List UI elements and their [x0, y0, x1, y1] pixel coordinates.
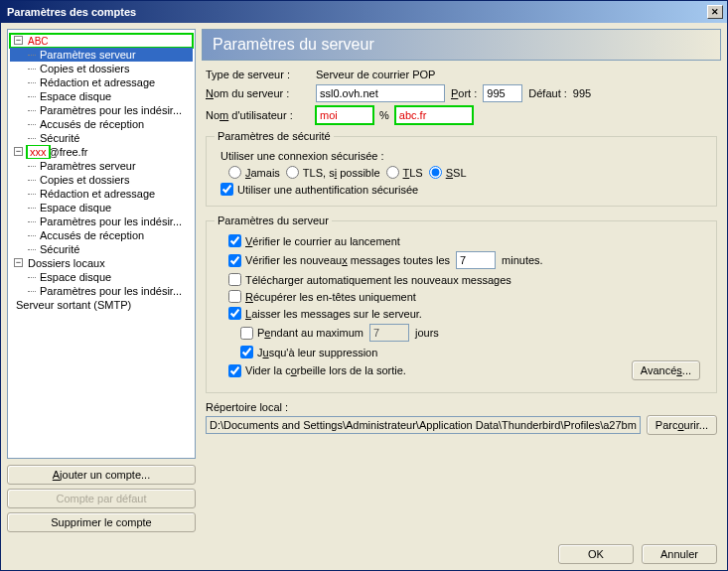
tree-accuses[interactable]: Accusés de réception — [10, 117, 193, 131]
server-type-value: Serveur de courrier POP — [316, 69, 435, 80]
pending-days-input — [369, 324, 409, 342]
local-dir-label: Répertoire local : — [202, 397, 721, 413]
radio-never[interactable]: Jamais — [228, 166, 280, 179]
close-icon[interactable]: ✕ — [707, 5, 723, 19]
username-sep: % — [379, 109, 389, 121]
tree-securite[interactable]: Sécurité — [10, 131, 193, 145]
tree-redaction[interactable]: Rédaction et adressage — [10, 75, 193, 89]
cancel-button[interactable]: Annuler — [642, 544, 717, 564]
download-checkbox[interactable]: Télécharger automatiquement les nouveaux… — [228, 273, 511, 286]
check-launch-checkbox[interactable]: Vérifier le courrier au lancement — [228, 234, 400, 247]
server-type-label: Type de serveur : — [206, 69, 310, 80]
default-port-value: 995 — [573, 87, 591, 99]
secure-auth-checkbox[interactable]: Utiliser une authentification sécurisée — [220, 183, 418, 196]
port-input[interactable] — [483, 84, 522, 102]
check-interval-input[interactable] — [456, 251, 496, 269]
tree-junk[interactable]: Paramètres pour les indésir... — [10, 103, 193, 117]
use-secure-label: Utiliser une connexion sécurisée : — [215, 148, 708, 164]
delete-account-button[interactable]: Supprimer le compte — [7, 512, 196, 532]
tree-params-serveur-2[interactable]: Paramètres serveur — [10, 159, 193, 173]
add-account-button[interactable]: AAjouter un compte...jouter un compte... — [7, 465, 196, 485]
server-fieldset: Paramètres du serveur Vérifier le courri… — [206, 214, 717, 393]
default-account-button: Compte par défaut — [7, 489, 196, 508]
default-port-label: Défaut : — [528, 87, 567, 99]
tree-securite-2[interactable]: Sécurité — [10, 242, 193, 256]
security-fieldset: Paramètres de sécurité Utiliser une conn… — [206, 130, 717, 207]
username-label: Nom d'utilisateur : — [206, 109, 310, 121]
window-title: Paramètres des comptes — [7, 6, 707, 18]
page-title: Paramètres du serveur — [202, 29, 721, 61]
security-legend: Paramètres de sécurité — [215, 130, 334, 142]
server-name-label: Nom du serveur : — [206, 87, 310, 99]
port-label: Port : — [451, 87, 477, 99]
advanced-button[interactable]: Avancés... — [632, 360, 700, 380]
account-tree[interactable]: −ABC Paramètres serveur Copies et dossie… — [7, 29, 196, 459]
local-path-input — [206, 416, 641, 434]
leave-checkbox[interactable]: Laisser les messages sur le serveur. — [228, 307, 422, 320]
tree-copies-2[interactable]: Copies et dossiers — [10, 173, 193, 187]
titlebar: Paramètres des comptes ✕ — [1, 1, 727, 23]
local-folders[interactable]: −Dossiers locaux — [10, 256, 193, 270]
radio-tls-if[interactable]: TLS, si possible — [286, 166, 380, 179]
tree-redaction-2[interactable]: Rédaction et adressage — [10, 187, 193, 201]
tree-junk-2[interactable]: Paramètres pour les indésir... — [10, 214, 193, 228]
days-label: jours — [415, 327, 439, 339]
browse-button[interactable]: Parcourir... — [647, 415, 717, 435]
account-free[interactable]: −xxx@free.fr — [10, 145, 193, 159]
username-input[interactable] — [316, 106, 373, 124]
radio-ssl[interactable]: SSL — [429, 166, 467, 179]
tree-espace-local[interactable]: Espace disque — [10, 270, 193, 284]
smtp-item[interactable]: Serveur sortant (SMTP) — [10, 298, 193, 312]
server-legend: Paramètres du serveur — [215, 214, 332, 226]
ok-button[interactable]: OK — [558, 544, 634, 564]
username-domain-input[interactable] — [395, 106, 473, 124]
tree-copies[interactable]: Copies et dossiers — [10, 62, 193, 75]
account-abc[interactable]: −ABC — [10, 34, 193, 48]
minutes-label: minutes. — [502, 254, 543, 266]
tree-junk-local[interactable]: Paramètres pour les indésir... — [10, 284, 193, 298]
until-delete-checkbox[interactable]: Jusqu'à leur suppression — [240, 346, 377, 358]
radio-tls[interactable]: TLS — [386, 166, 423, 179]
empty-trash-checkbox[interactable]: Vider la corbeille lors de la sortie. — [228, 364, 406, 377]
tree-params-serveur[interactable]: Paramètres serveur — [10, 48, 193, 62]
tree-espace-2[interactable]: Espace disque — [10, 201, 193, 214]
headers-checkbox[interactable]: Récupérer les en-têtes uniquement — [228, 290, 416, 303]
server-name-input[interactable] — [316, 84, 445, 102]
tree-espace[interactable]: Espace disque — [10, 89, 193, 103]
pending-checkbox[interactable]: Pendant au maximum — [240, 327, 364, 340]
tree-accuses-2[interactable]: Accusés de réception — [10, 228, 193, 242]
check-new-checkbox[interactable]: Vérifier les nouveaux messages toutes le… — [228, 254, 450, 267]
